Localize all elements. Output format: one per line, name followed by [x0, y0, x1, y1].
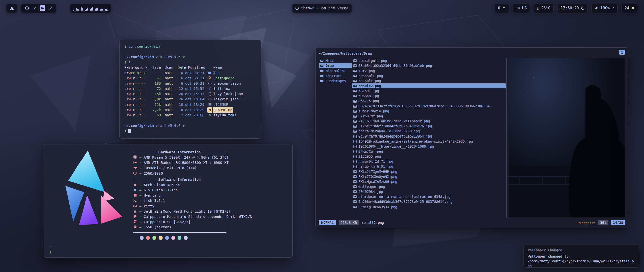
prompt-symbol: ❯ [124, 128, 126, 134]
file-item[interactable]: wallpaper.png [352, 184, 506, 189]
image-file-icon [353, 90, 357, 92]
cava-bar [75, 9, 75, 11]
sidebar-folder-misc[interactable]: Misc [319, 58, 352, 63]
volume-module[interactable]: 100% [591, 4, 618, 13]
file-item[interactable]: 08a634fa02a32364f69ebc86a98eb1eb.png [352, 63, 506, 68]
file-item[interactable]: atardecer-en-la-montanas-ilustracion-634… [352, 194, 506, 199]
current-path: ~/Imagenes/Wallpapers/Draw [319, 51, 372, 55]
sidebar-folder-abstract[interactable]: Abstract [319, 73, 352, 78]
file-item[interactable]: 0c794faf07de24a4db4d4fb1eb813964.jpg [352, 134, 506, 139]
workspace-4[interactable] [48, 5, 53, 11]
file-item[interactable]: FXfcHgcWIAMzs0G.png [352, 179, 506, 184]
file-item[interactable]: 3122955.png [352, 154, 506, 159]
shell-prompt[interactable]: ~ ❯ [49, 244, 51, 255]
file-item[interactable]: 8FKa7Cu.jpeg [352, 149, 506, 154]
launcher-button[interactable] [6, 4, 18, 13]
cava-visualizer [73, 6, 108, 11]
file-item[interactable]: 587597.jpg [352, 88, 506, 93]
file-item[interactable]: 19201080-__blue-tinge__-1920×1080.jpg [352, 144, 506, 149]
ls-row: .rw-r--r--11kmatt18 oct 13:29LICENSE [124, 102, 256, 107]
cava-bar [84, 9, 84, 11]
image-file-icon [353, 59, 357, 62]
folder-sidebar: MiscDrawMinimalistAbstractLandscapes [319, 58, 352, 217]
date-header: Date Modified [178, 65, 204, 70]
prompt-symbol: ❯ [124, 44, 126, 49]
image-file-icon [353, 180, 357, 183]
folder-icon [320, 79, 324, 82]
image-file-icon [353, 70, 357, 72]
file-item[interactable]: chica-mirando-la-luna-8799.jpg [352, 129, 506, 134]
file-item[interactable]: re1sult.png [352, 78, 506, 83]
file-manager-window: ~/Imagenes/Wallpapers/Draw 1 MiscDrawMin… [315, 47, 628, 228]
file-item[interactable]: FXfcJlTXgAMvH6R.png [352, 169, 506, 174]
file-item[interactable]: super-mario.png [352, 109, 506, 114]
file-item[interactable]: 866715.png [352, 98, 506, 104]
file-item[interactable]: 87r687df.png [352, 114, 506, 119]
cava-bar [87, 8, 88, 11]
audio-visualizer-module[interactable] [70, 4, 111, 13]
file-item[interactable]: EeNKYgIUcAAJ5JX.png [352, 204, 506, 209]
terminal-icon [133, 203, 137, 209]
cava-bar [102, 9, 103, 11]
file-item[interactable]: result2.png [352, 83, 506, 88]
cava-bar [104, 8, 104, 11]
sidebar-folder-minimalist[interactable]: Minimalist [319, 68, 352, 73]
palette-dot [146, 236, 150, 240]
folder-icon [320, 69, 324, 72]
file-item[interactable]: 217167-sad-anime-rain-wallpaper.png [352, 119, 506, 124]
file-item[interactable]: FXfcII0X0AQyn9X.png [352, 174, 506, 179]
notification-toast[interactable]: Wallpaper Changed Wallpaper changed to /… [523, 245, 639, 268]
system-info-panel: Hardware Information→AMD Ryzen 5 5900X (… [133, 149, 254, 240]
folder-icon [320, 74, 324, 77]
sprout-icon [182, 124, 185, 127]
sidebar-folder-draw[interactable]: Draw [319, 63, 352, 68]
folder-icon [320, 64, 324, 67]
file-item[interactable]: 5a266e448add93deab367d87173e9f25-6837886… [352, 199, 506, 204]
sidebar-folder-landscapes[interactable]: Landscapes [319, 78, 352, 83]
info-row-kernel: →6.5.8-zen1-1-zen [133, 188, 254, 193]
info-row-icons: →Catppuccin-SE [GTK2/3] [133, 219, 254, 225]
arrow-icon: → [139, 219, 141, 225]
clock-module[interactable]: 17:50:29 [557, 4, 588, 13]
file-item[interactable]: 68747470733a2f2f696d616765732d7769786d70… [352, 104, 506, 109]
file-item[interactable]: ressdfgult.png [352, 58, 506, 63]
tab-badge[interactable]: 1 [619, 50, 625, 55]
palette-dot [184, 236, 188, 240]
info-row-gpu: →AMD ATI Radeon RX 6800/6800 XT / 6900 X… [133, 160, 254, 165]
workspace-2[interactable]: v [32, 5, 37, 11]
speaker-icon [595, 7, 598, 10]
file-item[interactable]: 596848.jpg [352, 93, 506, 98]
cwd-path: ~/.config/nvim [124, 123, 154, 128]
info-row-font: A→JetBrainsMono Nerd Font Light 10 [GTK2… [133, 209, 254, 214]
lua-moon-icon: ☾ [164, 54, 166, 60]
keyboard-icon [516, 7, 520, 9]
file-item[interactable]: nnvuv0xj2df71.jpg [352, 159, 506, 164]
file-item[interactable]: 154928-odinokoe_anime-art-anime-okno-sin… [352, 139, 506, 144]
theme-icon [133, 214, 137, 219]
file-item[interactable]: resssult.png [352, 73, 506, 78]
icons-icon [133, 219, 137, 225]
temperature-module[interactable]: 26°C [534, 4, 553, 13]
panel-divider [506, 58, 507, 217]
cava-bar [106, 9, 107, 11]
file-list: ressdfgult.png08a634fa02a32364f69ebc86a9… [352, 58, 506, 217]
image-file-icon [353, 160, 357, 163]
arrow-icon: → [139, 193, 141, 198]
media-module[interactable]: thrown - on the verge [292, 4, 352, 13]
file-item[interactable]: rsjqojlmjhf91.jpg [352, 164, 506, 169]
notifications-module[interactable]: 24 [621, 4, 638, 13]
file-item[interactable]: 20492984.jpg [352, 189, 506, 194]
terminal-input-line[interactable]: ❯ [124, 128, 256, 134]
workspace-3-active[interactable] [40, 5, 45, 11]
bell-icon [631, 6, 635, 10]
selected-filename: result2.png [361, 221, 384, 225]
cwd-path: ~/.config/nvim [124, 54, 154, 60]
file-item[interactable]: 3126f7e9bbf21a8a4af0b67b041c6e26.jpg [352, 124, 506, 129]
cava-bar [92, 7, 93, 11]
image-file-icon [353, 95, 357, 97]
keyboard-layout-module[interactable]: US [513, 4, 530, 13]
workspace-1[interactable] [24, 5, 30, 11]
thermometer-icon [537, 6, 539, 10]
updates-module[interactable]: 0 [495, 4, 509, 13]
file-item[interactable]: kurz.png [352, 68, 506, 73]
